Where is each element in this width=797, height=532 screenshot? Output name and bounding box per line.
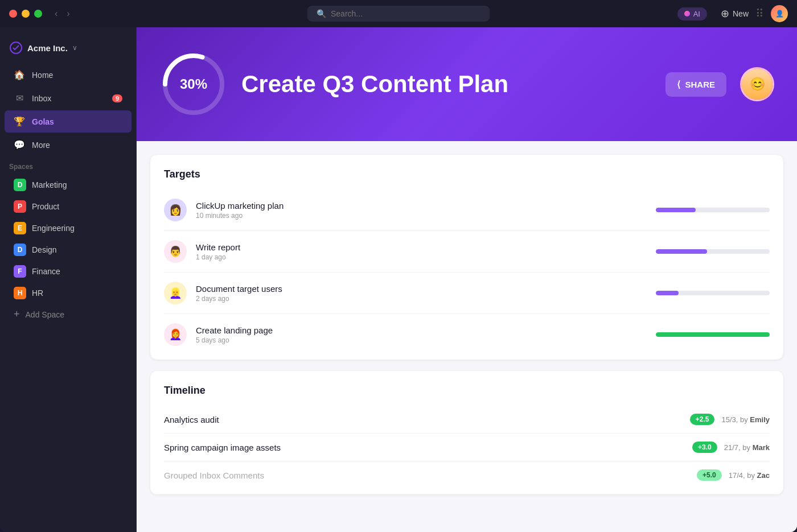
space-icon-product: P (14, 200, 26, 213)
target-info-0: ClickUp marketing plan 10 minutes ago (196, 201, 647, 220)
title-bar: ‹ › 🔍 AI ⊕ New ⠿ 👤 (0, 0, 797, 27)
target-progress-fill-0 (656, 208, 696, 212)
timeline-meta-0: 15/3, by Emily (721, 415, 770, 424)
sidebar-item-goals-label: Golas (32, 117, 54, 126)
sidebar-item-home[interactable]: 🏠 Home (5, 64, 132, 86)
search-input[interactable] (331, 9, 445, 18)
target-item-3: 👩‍🦰 Create landing page 5 days ago (164, 314, 770, 346)
target-info-2: Document target users 2 days ago (196, 284, 647, 303)
space-item-finance[interactable]: F Finance (5, 261, 132, 282)
timeline-meta-2: 17/4, by Zac (729, 471, 770, 480)
goals-icon: 🏆 (14, 116, 25, 127)
space-icon-marketing: D (14, 179, 26, 191)
target-item-1: 👨 Write report 1 day ago (164, 231, 770, 273)
target-progress-0 (656, 208, 770, 212)
search-bar[interactable]: 🔍 (307, 6, 490, 22)
timeline-name-0: Analytics audit (164, 415, 683, 424)
spaces-section-title: Spaces (0, 156, 136, 174)
ai-dot-icon (684, 11, 690, 17)
sidebar-item-goals[interactable]: 🏆 Golas (5, 110, 132, 133)
target-progress-3 (656, 332, 770, 337)
back-arrow[interactable]: ‹ (51, 7, 61, 20)
target-progress-2 (656, 291, 770, 295)
add-space-icon: + (14, 308, 20, 320)
space-item-engineering[interactable]: E Engineering (5, 217, 132, 239)
hero-avatar-image: 😊 (742, 69, 773, 100)
hero-section: 30% Create Q3 Content Plan ⟨ SHARE 😊 (137, 27, 797, 141)
progress-percent: 30% (180, 76, 207, 92)
grid-icon[interactable]: ⠿ (755, 7, 764, 20)
share-icon: ⟨ (677, 79, 680, 90)
inbox-badge: 9 (112, 94, 122, 102)
timeline-item-0: Analytics audit +2.5 15/3, by Emily (164, 406, 770, 434)
space-label-design: Design (32, 245, 57, 254)
plus-icon: ⊕ (721, 7, 729, 20)
new-label: New (733, 9, 749, 18)
content-area: 30% Create Q3 Content Plan ⟨ SHARE 😊 Tar… (137, 27, 797, 532)
target-item-2: 👱‍♀️ Document target users 2 days ago (164, 273, 770, 314)
timeline-title: Timeline (164, 385, 770, 397)
space-icon-finance: F (14, 265, 26, 278)
target-name-0: ClickUp marketing plan (196, 201, 647, 211)
space-icon-hr: H (14, 287, 26, 299)
sidebar-nav: 🏠 Home ✉ Inbox 9 🏆 Golas 💬 More (0, 64, 136, 156)
maximize-button[interactable] (34, 10, 42, 18)
workspace-chevron-icon: ∨ (72, 44, 77, 52)
space-item-product[interactable]: P Product (5, 196, 132, 217)
minimize-button[interactable] (22, 10, 30, 18)
timeline-badge-1: +3.0 (692, 442, 717, 453)
user-avatar[interactable]: 👤 (771, 5, 788, 22)
sidebar: Acme Inc. ∨ 🏠 Home ✉ Inbox 9 🏆 Golas (0, 27, 137, 532)
inbox-icon: ✉ (14, 93, 25, 104)
timeline-meta-1: 21/7, by Mark (724, 443, 770, 452)
window-controls (9, 10, 42, 18)
targets-title: Targets (164, 168, 770, 180)
target-name-2: Document target users (196, 284, 647, 294)
sidebar-item-more[interactable]: 💬 More (5, 134, 132, 156)
forward-arrow[interactable]: › (63, 7, 73, 20)
space-item-marketing[interactable]: D Marketing (5, 174, 132, 196)
timeline-item-1: Spring campaign image assets +3.0 21/7, … (164, 434, 770, 461)
target-time-2: 2 days ago (196, 295, 647, 303)
space-item-hr[interactable]: H HR (5, 282, 132, 304)
ai-label: AI (693, 10, 700, 18)
target-name-3: Create landing page (196, 325, 647, 335)
main-layout: Acme Inc. ∨ 🏠 Home ✉ Inbox 9 🏆 Golas (0, 27, 797, 532)
timeline-name-1: Spring campaign image assets (164, 443, 685, 452)
space-label-marketing: Marketing (32, 180, 67, 189)
space-label-product: Product (32, 202, 59, 211)
workspace-name: Acme Inc. (27, 43, 68, 53)
targets-card: Targets 👩 ClickUp marketing plan 10 minu… (150, 155, 783, 360)
target-progress-1 (656, 249, 770, 254)
share-button[interactable]: ⟨ SHARE (665, 72, 726, 97)
sidebar-item-home-label: Home (32, 71, 53, 80)
timeline-badge-2: +5.0 (697, 469, 722, 481)
target-time-0: 10 minutes ago (196, 212, 647, 220)
target-time-3: 5 days ago (196, 336, 647, 344)
space-label-finance: Finance (32, 267, 60, 276)
share-label: SHARE (685, 80, 715, 89)
timeline-item-2: Grouped Inbox Comments +5.0 17/4, by Zac (164, 461, 770, 481)
add-space-button[interactable]: + Add Space (5, 304, 132, 325)
space-label-engineering: Engineering (32, 224, 75, 233)
hero-title: Create Q3 Content Plan (241, 71, 652, 98)
space-item-design[interactable]: D Design (5, 239, 132, 261)
target-item-0: 👩 ClickUp marketing plan 10 minutes ago (164, 189, 770, 231)
target-progress-fill-1 (656, 249, 707, 254)
target-info-3: Create landing page 5 days ago (196, 325, 647, 344)
nav-arrows: ‹ › (51, 7, 73, 20)
sidebar-item-inbox[interactable]: ✉ Inbox 9 (5, 87, 132, 109)
close-button[interactable] (9, 10, 17, 18)
workspace-header[interactable]: Acme Inc. ∨ (0, 36, 136, 64)
new-button[interactable]: ⊕ New (721, 7, 749, 20)
timeline-name-2: Grouped Inbox Comments (164, 471, 690, 480)
workspace-logo-icon (9, 41, 23, 55)
timeline-badge-0: +2.5 (690, 414, 715, 425)
target-avatar-1: 👨 (164, 240, 187, 263)
title-bar-right: ⊕ New ⠿ 👤 (721, 5, 788, 22)
main-content: Targets 👩 ClickUp marketing plan 10 minu… (137, 141, 797, 532)
ai-button[interactable]: AI (677, 7, 707, 20)
target-progress-fill-2 (656, 291, 679, 295)
search-icon: 🔍 (317, 9, 326, 18)
target-progress-fill-3 (656, 332, 770, 337)
